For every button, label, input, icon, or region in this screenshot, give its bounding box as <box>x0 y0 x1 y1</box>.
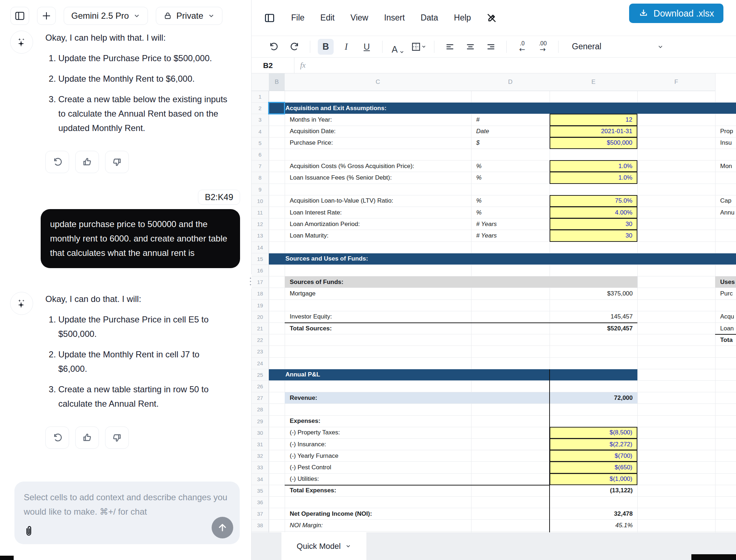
cell-G20[interactable]: Acqu <box>715 311 736 322</box>
cell-E3[interactable]: 12 <box>550 114 637 126</box>
section-header-row-17[interactable]: Sources of Funds: <box>285 276 637 288</box>
cell-E33[interactable]: $(650) <box>550 461 637 473</box>
underline-button[interactable]: U <box>359 39 375 55</box>
cell-C3[interactable]: Months in Year: <box>285 114 471 125</box>
cell-C18[interactable]: Mortgage <box>285 288 471 299</box>
cell-G4[interactable]: Prop <box>715 126 736 137</box>
borders-button[interactable] <box>411 39 426 55</box>
cell-E12[interactable]: 30 <box>550 218 637 230</box>
privacy-selector-button[interactable]: Private <box>156 7 222 25</box>
cell-E35[interactable]: (13,122) <box>550 485 637 496</box>
row-header-4[interactable]: 4 <box>252 126 269 137</box>
cell-G7[interactable]: Mon <box>715 161 736 172</box>
banner-row-15[interactable]: Sources and Uses of Funds: <box>269 253 736 265</box>
row-header-18[interactable]: 18 <box>252 288 269 299</box>
cell-E10[interactable]: 75.0% <box>550 195 637 207</box>
cell-D11[interactable]: % <box>471 207 550 218</box>
row-header-28[interactable]: 28 <box>252 404 269 415</box>
cell-D8[interactable]: % <box>471 172 550 183</box>
number-format-dropdown[interactable]: General <box>572 42 664 51</box>
undo-button[interactable] <box>266 39 282 55</box>
row-header-22[interactable]: 22 <box>252 334 269 346</box>
retry-button[interactable] <box>45 151 69 173</box>
cell-C35[interactable]: Total Expenses: <box>285 485 471 496</box>
decrease-decimal-button[interactable]: .0← <box>514 39 530 55</box>
row-header-27[interactable]: 27 <box>252 392 269 403</box>
sidebar-toggle-button[interactable] <box>10 7 29 25</box>
row-header-19[interactable]: 19 <box>252 300 269 311</box>
pen-slash-icon[interactable] <box>486 12 498 24</box>
model-selector-button[interactable]: Gemini 2.5 Pro <box>64 7 148 25</box>
row-header-30[interactable]: 30 <box>252 427 269 438</box>
cell-G5[interactable]: Insu <box>715 137 736 149</box>
bold-button[interactable]: B <box>318 39 334 55</box>
cell-C31[interactable]: (-) Insurance: <box>285 439 471 450</box>
banner-row-25[interactable]: Annual P&L <box>269 369 637 380</box>
cell-C30[interactable]: (-) Property Taxes: <box>285 427 471 438</box>
cell-C13[interactable]: Loan Maturity: <box>285 230 471 241</box>
row-header-21[interactable]: 21 <box>252 323 269 334</box>
menu-help[interactable]: Help <box>454 13 471 23</box>
retry-button[interactable] <box>45 426 69 449</box>
sheet-tab-quick-model[interactable]: Quick Model <box>281 532 366 560</box>
chat-message-list[interactable]: Okay, I can help with that. I will: Upda… <box>0 27 251 449</box>
row-header-33[interactable]: 33 <box>252 462 269 473</box>
cell-C8[interactable]: Loan Issuance Fees (% Senior Debt): <box>285 172 471 183</box>
thumbs-up-button[interactable] <box>75 151 99 173</box>
panel-toggle-button[interactable] <box>262 10 277 26</box>
cell-D13[interactable]: # Years <box>471 230 550 241</box>
row-header-36[interactable]: 36 <box>252 497 269 508</box>
cell-E5[interactable]: $500,000 <box>550 137 637 149</box>
menu-insert[interactable]: Insert <box>384 13 405 23</box>
cell-E8[interactable]: 1.0% <box>550 172 637 184</box>
cell-G18[interactable]: Purc <box>715 288 736 299</box>
align-center-button[interactable] <box>462 39 478 55</box>
row-header-14[interactable]: 14 <box>252 242 269 253</box>
row-header-39[interactable]: 39 <box>252 532 269 532</box>
row-header-38[interactable]: 38 <box>252 520 269 531</box>
cell-E4[interactable]: 2021-01-31 <box>550 126 637 137</box>
cell-C12[interactable]: Loan Amortization Period: <box>285 218 471 230</box>
cell-C32[interactable]: (-) Yearly Furnace <box>285 450 471 461</box>
row-header-12[interactable]: 12 <box>252 218 269 230</box>
cell-E7[interactable]: 1.0% <box>550 160 637 172</box>
download-xlsx-button[interactable]: Download .xlsx <box>629 4 723 23</box>
row-header-9[interactable]: 9 <box>252 184 269 195</box>
cell-G10[interactable]: Cap <box>715 195 736 207</box>
row-header-26[interactable]: 26 <box>252 381 269 392</box>
cell-E21[interactable]: $520,457 <box>550 323 637 334</box>
row-header-1[interactable]: 1 <box>252 91 269 102</box>
cell-E31[interactable]: $(2,272) <box>550 438 637 450</box>
row-header-23[interactable]: 23 <box>252 346 269 357</box>
column-header-F[interactable]: F <box>637 73 715 91</box>
send-button[interactable] <box>212 517 233 538</box>
row-header-10[interactable]: 10 <box>252 195 269 207</box>
cell-E11[interactable]: 4.00% <box>550 207 637 218</box>
column-header-C[interactable]: C <box>285 73 471 91</box>
row-header-37[interactable]: 37 <box>252 508 269 519</box>
cell-C27[interactable]: Revenue: <box>285 392 471 403</box>
menu-edit[interactable]: Edit <box>320 13 335 23</box>
thumbs-up-button[interactable] <box>75 426 99 449</box>
cell-G22[interactable]: Tota <box>715 334 736 346</box>
cell-E13[interactable]: 30 <box>550 230 637 241</box>
cell-D12[interactable]: # Years <box>471 218 550 230</box>
row-header-6[interactable]: 6 <box>252 149 269 160</box>
cell-C7[interactable]: Acquisition Costs (% Gross Acquisition P… <box>285 161 471 172</box>
row-header-24[interactable]: 24 <box>252 358 269 369</box>
row-header-11[interactable]: 11 <box>252 207 269 218</box>
cell-D3[interactable]: # <box>471 114 550 125</box>
row-header-25[interactable]: 25 <box>252 369 269 380</box>
cell-G17[interactable]: Uses <box>715 276 736 288</box>
row-header-8[interactable]: 8 <box>252 172 269 183</box>
row-header-34[interactable]: 34 <box>252 474 269 485</box>
text-color-button[interactable]: A <box>390 39 406 55</box>
menu-file[interactable]: File <box>291 13 304 23</box>
cell-C34[interactable]: (-) Utilities: <box>285 474 471 485</box>
cell-E38[interactable]: 45.1% <box>550 520 637 531</box>
cell-C38[interactable]: NOI Margin: <box>285 520 471 531</box>
row-header-3[interactable]: 3 <box>252 114 269 125</box>
row-header-7[interactable]: 7 <box>252 161 269 172</box>
row-header-20[interactable]: 20 <box>252 311 269 322</box>
cell-D5[interactable]: $ <box>471 137 550 149</box>
